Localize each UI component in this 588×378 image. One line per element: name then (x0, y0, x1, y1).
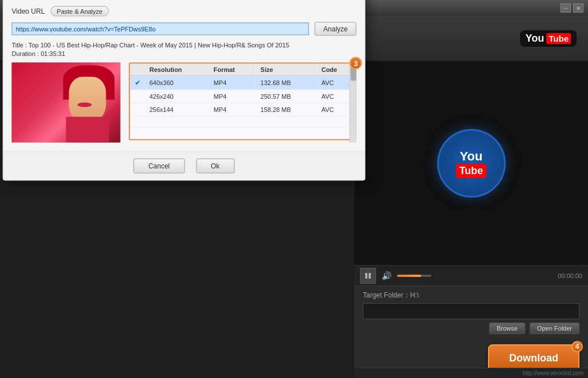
youtube-circle: You Tube (437, 129, 506, 198)
window-controls: ─ ✕ (561, 3, 583, 13)
row-resolution: 640x360 (145, 75, 209, 90)
table-row-empty (130, 116, 355, 127)
table-row-empty (130, 127, 355, 139)
url-input[interactable] (12, 23, 309, 35)
cancel-button[interactable]: Cancel (134, 159, 185, 174)
row-check (130, 103, 145, 116)
format-header: Format (209, 64, 256, 76)
close-button[interactable]: ✕ (573, 3, 583, 13)
row-size: 158.28 MB (256, 103, 317, 116)
target-folder-box (363, 303, 579, 319)
row-format: MP4 (209, 103, 256, 116)
pause-button[interactable] (360, 268, 376, 284)
url-row: Video URL Paste & Analyze (12, 6, 357, 17)
svg-rect-21 (369, 273, 371, 279)
download-badge: 4 (571, 341, 583, 352)
table-badge: 3 (350, 57, 362, 70)
volume-icon: 🔊 (382, 271, 391, 280)
check-col-header (130, 64, 145, 76)
analyze-button[interactable]: Analyze (315, 22, 357, 36)
size-header: Size (256, 64, 317, 76)
browse-button[interactable]: Browse (489, 323, 525, 334)
table-row[interactable]: 426x240 MP4 250.57 MB AVC (130, 90, 355, 103)
target-folder-label: Target Folder：H:\ (363, 291, 579, 300)
format-table: Resolution Format Size Code ✔ 640x360 MP… (130, 64, 355, 139)
table-row[interactable]: 256x144 MP4 158.28 MB AVC (130, 103, 355, 116)
volume-fill (397, 275, 421, 277)
youtube-you: You (526, 33, 545, 45)
status-url: http://www.winxdvd.com (522, 370, 583, 376)
video-duration: Duration : 01:35:31 (12, 50, 357, 57)
row-check (130, 90, 145, 103)
target-folder-buttons: Browse Open Folder (363, 323, 579, 334)
yt-big-tube: Tube (456, 164, 487, 178)
row-resolution: 426x240 (145, 90, 209, 103)
row-check: ✔ (130, 75, 145, 90)
ok-button[interactable]: Ok (196, 159, 234, 174)
video-thumbnail (12, 63, 121, 143)
row-format: MP4 (209, 90, 256, 103)
time-display: 00:00:00 (558, 272, 582, 279)
svg-rect-20 (365, 273, 367, 279)
status-bar: http://www.winxdvd.com (354, 368, 588, 378)
minimize-button[interactable]: ─ (561, 3, 571, 13)
dialog-body: Video URL Paste & Analyze Analyze Title … (3, 0, 365, 151)
table-scrollbar[interactable] (350, 63, 357, 143)
video-title: Title : Top 100 - US Best Hip-Hop/Rap Ch… (12, 42, 357, 49)
controls-bar: 🔊 00:00:00 (354, 265, 588, 285)
right-panel: You Tube 🔊 00:00:00 Target Folder：H:\ (354, 62, 588, 378)
table-row[interactable]: ✔ 640x360 MP4 132.68 MB AVC (130, 75, 355, 90)
yt-big-you: You (460, 149, 483, 164)
video-url-label: Video URL (12, 7, 45, 15)
row-format: MP4 (209, 75, 256, 90)
video-preview: You Tube (354, 62, 588, 265)
download-label: Download (509, 352, 558, 364)
table-body: ✔ 640x360 MP4 132.68 MB AVC 426x240 MP4 … (130, 75, 355, 139)
youtube-tube: Tube (546, 33, 571, 44)
content-area: 3 Resolution Format Size Code (12, 63, 357, 143)
format-table-border: Resolution Format Size Code ✔ 640x360 MP… (129, 63, 357, 140)
table-header: Resolution Format Size Code (130, 64, 355, 76)
paste-analyze-button[interactable]: Paste & Analyze (50, 6, 109, 17)
row-size: 132.68 MB (256, 75, 317, 90)
row-size: 250.57 MB (256, 90, 317, 103)
row-resolution: 256x144 (145, 103, 209, 116)
youtube-logo: You Tube (520, 30, 577, 47)
dialog: WinX YouTube Downloader ✕ Video URL Past… (3, 0, 366, 181)
resolution-header: Resolution (145, 64, 209, 76)
format-table-container: 3 Resolution Format Size Code (129, 63, 357, 143)
open-folder-button[interactable]: Open Folder (530, 323, 579, 334)
volume-slider[interactable] (397, 275, 431, 277)
dialog-footer: Cancel Ok (3, 151, 365, 180)
target-folder-area: Target Folder：H:\ Browse Open Folder (354, 285, 588, 339)
url-input-row: Analyze (12, 22, 357, 36)
